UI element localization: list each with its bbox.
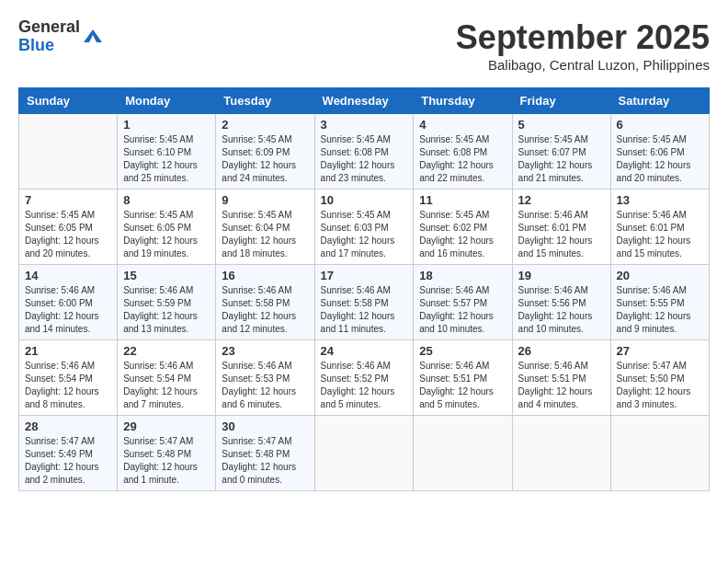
calendar-cell	[512, 416, 610, 491]
logo-icon	[82, 26, 104, 48]
day-info: Sunrise: 5:45 AM Sunset: 6:05 PM Dayligh…	[25, 209, 111, 260]
page-header: General Blue September 2025 Balibago, Ce…	[18, 18, 710, 73]
day-number: 3	[321, 118, 408, 132]
calendar-week-row: 7Sunrise: 5:45 AM Sunset: 6:05 PM Daylig…	[19, 190, 710, 265]
weekday-header-saturday: Saturday	[610, 88, 709, 114]
weekday-header-friday: Friday	[512, 88, 610, 114]
day-info: Sunrise: 5:46 AM Sunset: 5:58 PM Dayligh…	[222, 284, 308, 336]
calendar-cell: 20Sunrise: 5:46 AM Sunset: 5:55 PM Dayli…	[610, 265, 709, 340]
day-info: Sunrise: 5:47 AM Sunset: 5:48 PM Dayligh…	[222, 435, 308, 487]
calendar-cell: 3Sunrise: 5:45 AM Sunset: 6:08 PM Daylig…	[314, 114, 414, 190]
day-info: Sunrise: 5:45 AM Sunset: 6:03 PM Dayligh…	[321, 209, 408, 260]
day-info: Sunrise: 5:47 AM Sunset: 5:50 PM Dayligh…	[617, 360, 703, 411]
day-info: Sunrise: 5:47 AM Sunset: 5:48 PM Dayligh…	[123, 435, 210, 487]
day-number: 15	[123, 269, 210, 282]
day-number: 14	[25, 269, 111, 282]
day-info: Sunrise: 5:45 AM Sunset: 6:06 PM Dayligh…	[617, 133, 703, 185]
calendar-cell: 1Sunrise: 5:45 AM Sunset: 6:10 PM Daylig…	[118, 114, 216, 190]
day-number: 12	[518, 193, 605, 207]
location-subtitle: Balibago, Central Luzon, Philippines	[456, 57, 710, 73]
day-number: 22	[123, 344, 210, 358]
day-info: Sunrise: 5:46 AM Sunset: 5:53 PM Dayligh…	[222, 360, 308, 411]
day-info: Sunrise: 5:45 AM Sunset: 6:02 PM Dayligh…	[419, 209, 506, 260]
logo-blue-text: Blue	[18, 37, 80, 55]
day-info: Sunrise: 5:45 AM Sunset: 6:08 PM Dayligh…	[419, 133, 506, 185]
calendar-cell: 29Sunrise: 5:47 AM Sunset: 5:48 PM Dayli…	[118, 416, 216, 491]
day-number: 10	[321, 193, 408, 207]
calendar-cell	[19, 114, 118, 190]
day-info: Sunrise: 5:46 AM Sunset: 6:01 PM Dayligh…	[518, 209, 605, 260]
calendar-cell: 26Sunrise: 5:46 AM Sunset: 5:51 PM Dayli…	[512, 340, 610, 416]
calendar-cell: 9Sunrise: 5:45 AM Sunset: 6:04 PM Daylig…	[216, 190, 314, 265]
day-number: 5	[518, 118, 605, 132]
day-number: 11	[419, 193, 506, 207]
day-number: 13	[617, 193, 703, 207]
weekday-header-monday: Monday	[118, 88, 216, 114]
calendar-cell: 23Sunrise: 5:46 AM Sunset: 5:53 PM Dayli…	[216, 340, 314, 416]
title-area: September 2025 Balibago, Central Luzon, …	[456, 18, 710, 73]
calendar-week-row: 1Sunrise: 5:45 AM Sunset: 6:10 PM Daylig…	[19, 114, 710, 190]
calendar-cell: 8Sunrise: 5:45 AM Sunset: 6:05 PM Daylig…	[118, 190, 216, 265]
day-info: Sunrise: 5:46 AM Sunset: 5:51 PM Dayligh…	[518, 360, 605, 411]
day-info: Sunrise: 5:46 AM Sunset: 5:57 PM Dayligh…	[419, 284, 506, 336]
day-number: 25	[419, 344, 506, 358]
day-info: Sunrise: 5:46 AM Sunset: 5:58 PM Dayligh…	[321, 284, 408, 336]
day-info: Sunrise: 5:46 AM Sunset: 5:54 PM Dayligh…	[123, 360, 210, 411]
calendar-cell: 21Sunrise: 5:46 AM Sunset: 5:54 PM Dayli…	[19, 340, 118, 416]
day-number: 24	[321, 344, 408, 358]
day-number: 9	[222, 193, 308, 207]
calendar-cell: 27Sunrise: 5:47 AM Sunset: 5:50 PM Dayli…	[610, 340, 709, 416]
day-number: 30	[222, 419, 308, 433]
calendar-cell: 17Sunrise: 5:46 AM Sunset: 5:58 PM Dayli…	[314, 265, 414, 340]
day-info: Sunrise: 5:46 AM Sunset: 5:56 PM Dayligh…	[518, 284, 605, 336]
calendar-cell: 5Sunrise: 5:45 AM Sunset: 6:07 PM Daylig…	[512, 114, 610, 190]
calendar-cell: 24Sunrise: 5:46 AM Sunset: 5:52 PM Dayli…	[314, 340, 414, 416]
day-info: Sunrise: 5:46 AM Sunset: 5:59 PM Dayligh…	[123, 284, 210, 336]
day-number: 23	[222, 344, 308, 358]
calendar-cell: 28Sunrise: 5:47 AM Sunset: 5:49 PM Dayli…	[19, 416, 118, 491]
calendar-cell: 22Sunrise: 5:46 AM Sunset: 5:54 PM Dayli…	[118, 340, 216, 416]
day-number: 18	[419, 269, 506, 282]
calendar-week-row: 21Sunrise: 5:46 AM Sunset: 5:54 PM Dayli…	[19, 340, 710, 416]
calendar-cell: 7Sunrise: 5:45 AM Sunset: 6:05 PM Daylig…	[19, 190, 118, 265]
calendar-cell	[414, 416, 512, 491]
logo: General Blue	[18, 18, 104, 55]
calendar-cell: 16Sunrise: 5:46 AM Sunset: 5:58 PM Dayli…	[216, 265, 314, 340]
calendar-cell: 11Sunrise: 5:45 AM Sunset: 6:02 PM Dayli…	[414, 190, 512, 265]
calendar-cell: 10Sunrise: 5:45 AM Sunset: 6:03 PM Dayli…	[314, 190, 414, 265]
day-number: 27	[617, 344, 703, 358]
calendar-cell: 19Sunrise: 5:46 AM Sunset: 5:56 PM Dayli…	[512, 265, 610, 340]
calendar-cell: 25Sunrise: 5:46 AM Sunset: 5:51 PM Dayli…	[414, 340, 512, 416]
logo-general-text: General	[18, 18, 80, 37]
day-number: 16	[222, 269, 308, 282]
day-number: 17	[321, 269, 408, 282]
day-info: Sunrise: 5:45 AM Sunset: 6:04 PM Dayligh…	[222, 209, 308, 260]
day-number: 21	[25, 344, 111, 358]
day-info: Sunrise: 5:45 AM Sunset: 6:07 PM Dayligh…	[518, 133, 605, 185]
day-number: 26	[518, 344, 605, 358]
calendar-cell: 13Sunrise: 5:46 AM Sunset: 6:01 PM Dayli…	[610, 190, 709, 265]
day-info: Sunrise: 5:46 AM Sunset: 6:00 PM Dayligh…	[25, 284, 111, 336]
calendar-cell: 18Sunrise: 5:46 AM Sunset: 5:57 PM Dayli…	[414, 265, 512, 340]
day-number: 19	[518, 269, 605, 282]
calendar-cell: 30Sunrise: 5:47 AM Sunset: 5:48 PM Dayli…	[216, 416, 314, 491]
day-number: 29	[123, 419, 210, 433]
day-info: Sunrise: 5:45 AM Sunset: 6:09 PM Dayligh…	[222, 133, 308, 185]
calendar-week-row: 14Sunrise: 5:46 AM Sunset: 6:00 PM Dayli…	[19, 265, 710, 340]
day-number: 6	[617, 118, 703, 132]
day-number: 1	[123, 118, 210, 132]
day-number: 20	[617, 269, 703, 282]
calendar-cell	[314, 416, 414, 491]
day-info: Sunrise: 5:46 AM Sunset: 5:52 PM Dayligh…	[321, 360, 408, 411]
day-number: 4	[419, 118, 506, 132]
day-info: Sunrise: 5:46 AM Sunset: 5:55 PM Dayligh…	[617, 284, 703, 336]
day-info: Sunrise: 5:46 AM Sunset: 5:51 PM Dayligh…	[419, 360, 506, 411]
day-info: Sunrise: 5:45 AM Sunset: 6:05 PM Dayligh…	[123, 209, 210, 260]
day-number: 2	[222, 118, 308, 132]
calendar-table: SundayMondayTuesdayWednesdayThursdayFrid…	[18, 87, 710, 491]
day-number: 8	[123, 193, 210, 207]
calendar-cell	[610, 416, 709, 491]
weekday-header-thursday: Thursday	[414, 88, 512, 114]
day-info: Sunrise: 5:46 AM Sunset: 6:01 PM Dayligh…	[617, 209, 703, 260]
calendar-cell: 12Sunrise: 5:46 AM Sunset: 6:01 PM Dayli…	[512, 190, 610, 265]
